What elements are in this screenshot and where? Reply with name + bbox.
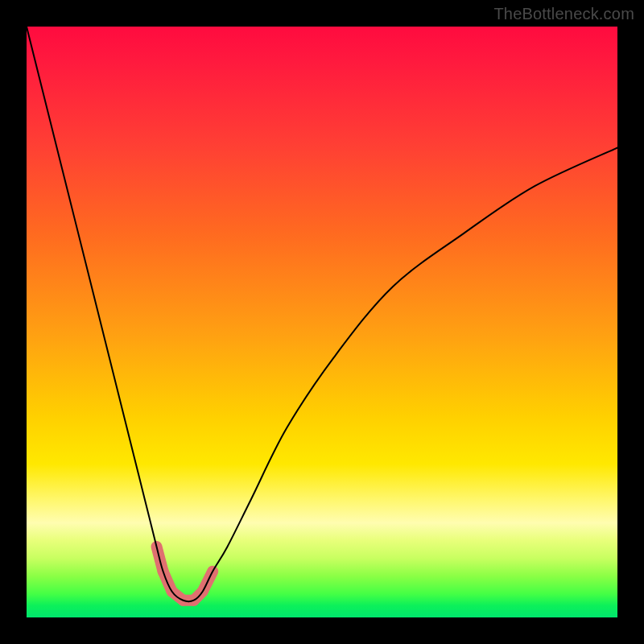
- highlight-group: [156, 547, 213, 601]
- watermark-text: TheBottleneck.com: [493, 5, 634, 23]
- bottleneck-curve-path: [27, 27, 617, 601]
- bottleneck-curve-svg: [27, 27, 617, 617]
- plot-area: [27, 27, 617, 617]
- chart-frame: TheBottleneck.com: [0, 0, 644, 644]
